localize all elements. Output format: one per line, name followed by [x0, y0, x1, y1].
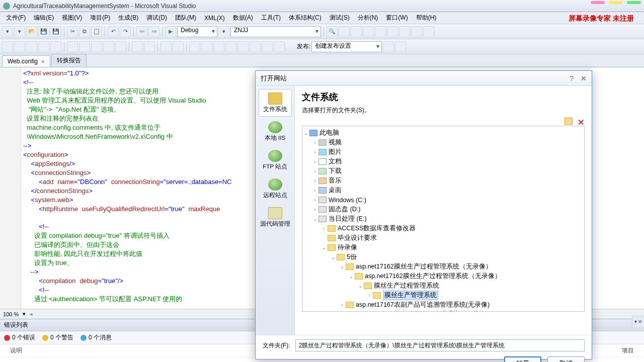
tree-node-17167[interactable]: ›asp.net17167农副产品可追溯管理系统(无录像)	[302, 300, 584, 310]
menu-tools[interactable]: 工具(T)	[257, 13, 285, 23]
menu-data[interactable]: 数据(A)	[229, 13, 257, 23]
folder-path-input[interactable]	[295, 339, 585, 351]
menu-file[interactable]: 文件(F)	[2, 13, 30, 23]
cut-button[interactable]: ✂	[67, 26, 78, 37]
platform-combo[interactable]: ZNJJ	[230, 26, 321, 37]
tb-ext4[interactable]	[375, 26, 386, 37]
tree-node-mgmt[interactable]: ⌄膜丝生产过程管理系统	[302, 281, 584, 291]
nav-fwd-button[interactable]: ⇨	[148, 26, 159, 37]
tool-b4[interactable]	[103, 41, 114, 52]
menu-test[interactable]: 测试(S)	[326, 13, 354, 23]
publish-button[interactable]	[383, 41, 394, 52]
save-all-button[interactable]: 💾	[50, 26, 61, 37]
open-button[interactable]: 打开	[504, 356, 541, 362]
tb-ext2[interactable]	[351, 26, 362, 37]
publish-combo[interactable]: 创建发布设置	[311, 41, 382, 52]
col-project[interactable]: 项目	[622, 346, 634, 355]
tb-ext7[interactable]	[411, 26, 422, 37]
messages-filter[interactable]: 0 个消息	[80, 333, 112, 342]
copy-button[interactable]: ⧉	[79, 26, 90, 37]
menu-arch[interactable]: 体系结构(C)	[285, 13, 326, 23]
tb-ext6[interactable]	[399, 26, 410, 37]
tb-ext5[interactable]	[387, 26, 398, 37]
tab-report[interactable]: 转换报告	[51, 54, 87, 67]
find-button[interactable]: 🔍	[327, 26, 338, 37]
cancel-button[interactable]: 取消	[547, 356, 585, 362]
folder-tree[interactable]: ⌄此电脑 ›视频 ›图片 ›文档 ›下载 ›音乐 ›桌面 ›Windows (C…	[302, 126, 585, 312]
tool-c7[interactable]	[262, 41, 273, 52]
delete-icon[interactable]: ✕	[577, 118, 585, 125]
tree-node-d-drive[interactable]: ›固态盘 (D:)	[302, 205, 584, 214]
tb-ext1[interactable]	[339, 26, 350, 37]
menu-view[interactable]: 视图(V)	[58, 13, 86, 23]
tool-b3[interactable]	[91, 41, 102, 52]
tree-node-17162b[interactable]: ⌄asp.net17162膜丝生产过程管理系统（无录像）	[302, 272, 584, 281]
tool-b1[interactable]	[67, 41, 78, 52]
tool-b2[interactable]	[79, 41, 90, 52]
tb-ext3[interactable]	[363, 26, 374, 37]
close-icon[interactable]: ✕	[41, 59, 45, 64]
tree-node-selected[interactable]: ›膜丝生产管理系统	[302, 291, 584, 300]
tb-ext8[interactable]	[423, 26, 434, 37]
tool-c1[interactable]	[189, 41, 200, 52]
new-folder-icon[interactable]	[565, 118, 573, 125]
browse-button[interactable]: ▾	[218, 26, 229, 37]
tree-node-17162a[interactable]: ⌄asp.net17162膜丝生产过程管理系统（无录像）	[302, 262, 584, 272]
tree-node-pc[interactable]: ⌄此电脑	[302, 128, 584, 138]
close-icon[interactable]: ✕	[581, 74, 587, 82]
menu-build[interactable]: 生成(B)	[114, 13, 142, 23]
new-project-button[interactable]: ▾	[2, 26, 13, 37]
errors-filter[interactable]: 0 个错误	[4, 333, 35, 342]
indent-inc-button[interactable]	[144, 41, 155, 52]
publish-settings-button[interactable]	[395, 41, 406, 52]
tree-node-req[interactable]: 毕业设计要求	[302, 233, 584, 243]
menu-xml[interactable]: XML(X)	[200, 14, 229, 23]
tree-node-e-drive[interactable]: ⌄当日处理 (E:)	[302, 214, 584, 224]
tool-c4[interactable]	[225, 41, 236, 52]
add-item-button[interactable]: ▾	[14, 26, 25, 37]
warnings-filter[interactable]: 0 个警告	[42, 333, 73, 342]
tree-node-downloads[interactable]: ›下载	[302, 166, 584, 176]
uncomment-button[interactable]	[173, 41, 184, 52]
nav-back-button[interactable]: ⇦	[136, 26, 147, 37]
menu-project[interactable]: 项目(P)	[86, 13, 114, 23]
tree-node-rec[interactable]: ⌄待录像	[302, 243, 584, 252]
tool-c6[interactable]	[250, 41, 261, 52]
panel-options-icon[interactable]: ▾ ✕	[632, 316, 644, 327]
menu-help[interactable]: 帮助(H)	[412, 13, 441, 23]
sidebar-item-filesystem[interactable]: 文件系统	[259, 89, 292, 117]
tree-node-music[interactable]: ›音乐	[302, 176, 584, 186]
save-button[interactable]: 💾	[38, 26, 49, 37]
sidebar-item-source[interactable]: 源代码管理	[259, 204, 292, 231]
tool-b5[interactable]	[115, 41, 126, 52]
tool-a2[interactable]	[14, 41, 25, 52]
tool-a3[interactable]	[26, 41, 37, 52]
menu-window[interactable]: 窗口(W)	[382, 13, 412, 23]
help-icon[interactable]: ?	[570, 74, 574, 82]
tree-node-pictures[interactable]: ›图片	[302, 147, 584, 157]
tree-node-access[interactable]: ›ACCESS数据库查看修改器	[302, 224, 584, 233]
tool-c8[interactable]	[274, 41, 285, 52]
scroll-left-icon[interactable]: ◂	[30, 311, 33, 317]
undo-button[interactable]: ↶	[108, 26, 119, 37]
menu-analyze[interactable]: 分析(N)	[354, 13, 382, 23]
tree-node-c-drive[interactable]: ›Windows (C:)	[302, 195, 584, 205]
tree-node-docs[interactable]: ›文档	[302, 157, 584, 166]
tree-node-17168[interactable]: ›asp.net17168学生成绩教务管理系统（无录像）	[302, 310, 584, 312]
dialog-title-bar[interactable]: 打开网站 ? ✕	[256, 71, 592, 86]
comment-button[interactable]	[160, 41, 172, 52]
tool-a4[interactable]	[38, 41, 49, 52]
menu-team[interactable]: 团队(M)	[171, 13, 200, 23]
config-combo[interactable]: Debug	[177, 26, 217, 37]
start-debug-button[interactable]: ▶	[165, 26, 176, 37]
paste-button[interactable]: 📋	[91, 26, 102, 37]
tree-node-5[interactable]: ⌄5份	[302, 252, 584, 262]
redo-button[interactable]: ↷	[120, 26, 131, 37]
zoom-level[interactable]: 100 %	[3, 311, 19, 317]
menu-debug[interactable]: 调试(D)	[142, 13, 171, 23]
tool-c3[interactable]	[213, 41, 224, 52]
sidebar-item-remote[interactable]: 远程站点	[259, 175, 292, 203]
tool-c2[interactable]	[201, 41, 212, 52]
tool-a5[interactable]	[50, 41, 61, 52]
zoom-dropdown-icon[interactable]: ▾	[23, 311, 26, 317]
